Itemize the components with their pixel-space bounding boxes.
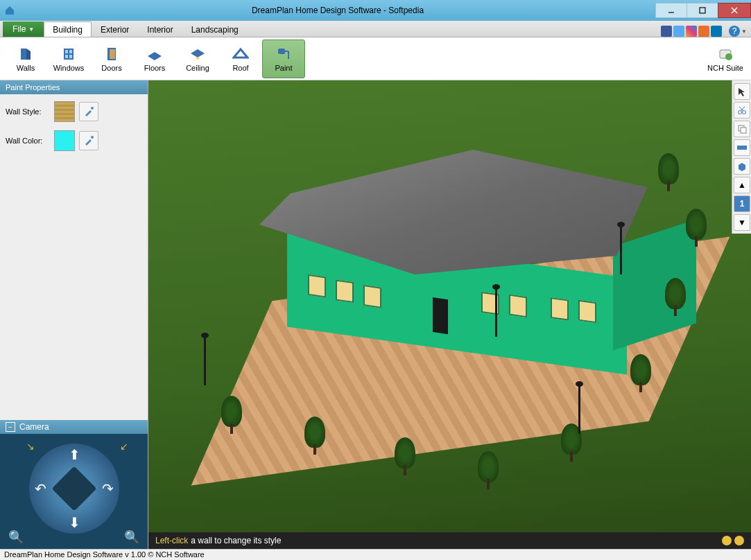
ribbon: Walls Windows Doors Floors Ceiling Roof …	[0, 37, 751, 80]
paint-button[interactable]: Paint	[262, 40, 305, 78]
house-model	[259, 150, 648, 344]
story-down-button[interactable]: ▼	[734, 214, 750, 231]
social-links: ? ▼	[661, 26, 747, 37]
wall-style-swatch[interactable]	[54, 101, 75, 122]
window-title: DreamPlan Home Design Software - Softped…	[19, 6, 656, 15]
hint-bar: Left-click a wall to change its style	[148, 532, 751, 549]
tilt-right-icon[interactable]: ↙	[120, 441, 128, 452]
camera-panel: ⬆ ⬇ ↶ ↷ ↘ ↙ 🔍 🔍	[0, 434, 148, 549]
tab-landscaping[interactable]: Landscaping	[182, 21, 248, 37]
camera-down-icon[interactable]: ⬇	[69, 514, 80, 531]
camera-wheel[interactable]: ⬆ ⬇ ↶ ↷	[29, 444, 119, 534]
3d-viewport[interactable]: ▲ 1 ▼ Left-click a wall to change its st…	[148, 80, 751, 549]
svg-marker-13	[191, 49, 205, 58]
viewport-toolbar: ▲ 1 ▼	[732, 80, 751, 234]
svg-rect-2	[700, 8, 705, 13]
wall-color-label: Wall Color:	[6, 137, 50, 145]
hint-minus-icon[interactable]	[734, 536, 744, 545]
tab-exterior[interactable]: Exterior	[92, 21, 138, 37]
zoom-in-icon[interactable]: 🔍	[124, 530, 139, 545]
svg-point-24	[743, 111, 746, 114]
svg-rect-7	[69, 50, 72, 53]
linkedin-icon[interactable]	[711, 26, 722, 37]
app-icon	[4, 5, 15, 16]
svg-rect-8	[65, 55, 68, 58]
share-icon[interactable]	[686, 26, 697, 37]
windows-button[interactable]: Windows	[47, 40, 90, 78]
tab-bar: File▼ Building Exterior Interior Landsca…	[0, 21, 751, 37]
hint-text: a wall to change its style	[191, 536, 281, 545]
nch-icon	[717, 46, 734, 62]
svg-rect-16	[278, 49, 285, 54]
svg-rect-11	[110, 49, 115, 59]
svg-point-21	[91, 107, 94, 110]
camera-rotate-right-icon[interactable]: ↷	[102, 480, 114, 497]
roof-icon	[232, 46, 249, 62]
paint-icon	[275, 46, 292, 62]
svg-rect-29	[737, 146, 747, 150]
hint-highlight: Left-click	[155, 536, 188, 545]
ceiling-button[interactable]: Ceiling	[176, 40, 219, 78]
wall-style-eyedropper[interactable]	[79, 102, 98, 121]
camera-panel-header[interactable]: − Camera	[0, 420, 148, 434]
ceiling-icon	[189, 46, 206, 62]
camera-rotate-left-icon[interactable]: ↶	[35, 480, 46, 497]
tilt-left-icon[interactable]: ↘	[26, 441, 35, 452]
svg-point-20	[725, 53, 732, 60]
wall-color-swatch[interactable]	[54, 130, 75, 151]
hint-plus-icon[interactable]	[722, 536, 732, 545]
floors-icon	[146, 46, 163, 62]
tab-interior[interactable]: Interior	[138, 21, 182, 37]
cut-tool[interactable]	[734, 102, 750, 119]
sidebar: Paint Properties Wall Style: Wall Color:…	[0, 80, 148, 549]
tab-building[interactable]: Building	[44, 21, 92, 37]
maximize-button[interactable]	[687, 3, 718, 18]
box-view-tool[interactable]	[734, 158, 750, 175]
wall-style-label: Wall Style:	[6, 107, 50, 116]
file-menu[interactable]: File▼	[3, 21, 44, 37]
wall-view-tool[interactable]	[734, 139, 750, 156]
properties-panel-header: Paint Properties	[0, 80, 148, 94]
story-indicator[interactable]: 1	[734, 195, 750, 212]
roof-button[interactable]: Roof	[219, 40, 262, 78]
title-bar: DreamPlan Home Design Software - Softped…	[0, 0, 751, 21]
wall-color-eyedropper[interactable]	[79, 131, 98, 150]
facebook-icon[interactable]	[661, 26, 672, 37]
copy-tool[interactable]	[734, 121, 750, 137]
svg-point-22	[91, 136, 94, 139]
collapse-icon[interactable]: −	[6, 422, 15, 432]
floors-button[interactable]: Floors	[133, 40, 176, 78]
select-tool[interactable]	[734, 83, 750, 100]
svg-marker-0	[6, 6, 14, 15]
help-icon[interactable]: ?	[729, 26, 740, 37]
doors-icon	[103, 46, 120, 62]
svg-rect-9	[69, 55, 72, 58]
camera-up-icon[interactable]: ⬆	[69, 446, 80, 463]
doors-button[interactable]: Doors	[90, 40, 133, 78]
close-button[interactable]	[718, 3, 751, 18]
story-up-button[interactable]: ▲	[734, 177, 750, 193]
windows-icon	[60, 46, 77, 62]
camera-pan-center[interactable]	[50, 464, 99, 514]
zoom-out-icon[interactable]: 🔍	[8, 530, 24, 545]
walls-button[interactable]: Walls	[4, 40, 47, 78]
svg-marker-12	[148, 52, 162, 60]
nch-suite-button[interactable]: NCH Suite	[704, 40, 747, 78]
svg-point-14	[196, 57, 199, 60]
svg-rect-28	[741, 128, 746, 133]
svg-marker-15	[234, 49, 248, 58]
svg-rect-6	[65, 50, 68, 53]
stumble-icon[interactable]	[698, 26, 709, 37]
twitter-icon[interactable]	[673, 26, 684, 37]
walls-icon	[17, 46, 34, 62]
minimize-button[interactable]	[655, 3, 687, 18]
svg-point-23	[739, 111, 742, 114]
status-bar: DreamPlan Home Design Software v 1.00 © …	[0, 549, 751, 560]
svg-marker-30	[739, 163, 745, 171]
